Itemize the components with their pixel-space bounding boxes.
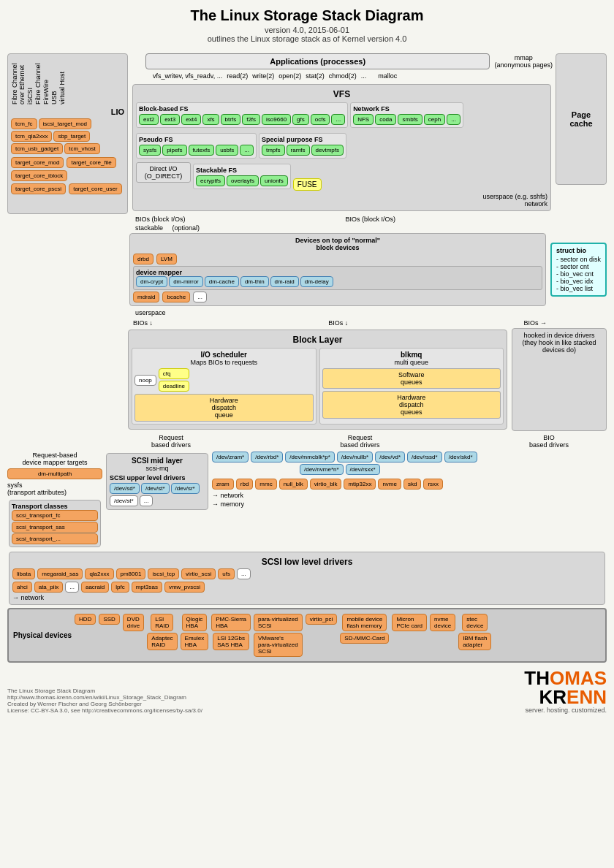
label-firewire: FireWire [42,57,50,104]
network-label-vfs: network [136,200,547,208]
scsi-transport-sas: scsi_transport_sas [12,522,98,533]
ll-pm8001: pm8001 [116,568,146,579]
dm-raid: dm-raid [270,276,299,287]
hw-dispatch-queue: Hardwaredispatchqueue [134,394,314,422]
malloc-label: malloc [378,72,397,80]
network-arrow-label: → network [212,492,607,499]
scsi-low-level-section: SCSI low level drivers libata megaraid_s… [9,552,605,605]
fs-smbfs: smbfs [398,114,422,125]
ll-vmw-pvscsi: vmw_pvscsi [164,582,205,593]
deadline-box: deadline [159,381,189,392]
syscall-chmod: chmod(2) [329,72,357,80]
fs-coda: coda [375,114,396,125]
module-tcm-qla: tcm_qla2xxx [11,131,52,142]
fs-pseudo-dots: ... [240,145,254,156]
network-fs: Network FS NFS coda smbfs ceph ... [350,102,463,128]
label-virtual-host: virtual Host [58,57,66,104]
dm-delay: dm-delay [300,276,333,287]
vfs-title: VFS [136,88,547,101]
phys-micron-pcie: MicronPCIe card [392,614,427,631]
target-core-file: target_core_file [67,157,115,168]
struct-bio-section: struct bio - sector on disk - sector cnt… [550,243,607,297]
logo-area: THOMAS KRENN server. hosting. customized… [524,669,607,714]
main-diagram: Fibre Channelover Ethernet iSCSI Fibre C… [7,53,607,714]
ll-lpfc: lpfc [111,582,129,593]
dev-rssd: /dev/rssd* [407,452,442,462]
phys-nvme-device: nvmedevice [430,614,455,631]
dm-mirror: dm-mirror [169,276,203,287]
ll-iscsi-tcp: iscsi_tcp [148,568,179,579]
page-title: The Linux Storage Stack Diagram [7,7,607,24]
block-layer-section: Block Layer I/O scheduler Maps BIOs to r… [128,330,507,430]
req-based-dm-label: Request-baseddevice mapper targets [7,452,102,466]
struct-bio-item5: - bio_vec list [556,285,601,292]
block-based-fs: Block-based FS ext2 ext3 ext4 xfs btrfs … [136,102,348,128]
dm-crypt: dm-crypt [136,276,167,287]
applications-box: Applications (processes) [145,53,490,69]
drv-null-blk: null_blk [279,479,308,490]
struct-bio-item1: - sector on disk [556,256,601,263]
fs-ceph: ceph [424,114,445,125]
struct-bio-item2: - sector cnt [556,263,601,270]
io-scheduler-title: I/O scheduler [134,351,314,359]
subtitle: version 4.0, 2015-06-01 outlines the Lin… [7,26,607,43]
page-cache-section: Pagecache [556,53,607,185]
syscall-dots: ... [361,72,367,80]
label-fibre-channel: Fibre Channel [34,57,42,104]
drv-rbd: rbd [236,479,254,490]
bios-label-2: BIOs (block I/Os) [346,216,396,223]
blkmq-section: blkmq multi queue Softwarequeues Hardwar… [319,348,504,425]
drv-rsxx: rsxx [423,479,443,490]
special-fs: Special purpose FS tmpfs ramfs devtmpfs [259,133,346,159]
fs-xfs: xfs [202,114,219,125]
ll-megaraid: megaraid_sas [37,568,83,579]
ll-ufs: ufs [218,568,235,579]
drv-nvme: nvme [378,479,401,490]
fs-f2fs: f2fs [242,114,260,125]
phys-ssd: SSD [99,614,119,625]
ll-ata-piix: ata_piix [34,582,64,593]
footer-left: The Linux Storage Stack Diagram http://w… [7,688,202,714]
bios-right-label: BIOs → [523,319,547,327]
fs-iso9660: iso9660 [262,114,291,125]
drv-zram: zram [212,479,234,490]
struct-bio-item4: - bio_vec idx [556,278,601,285]
drv-mmc: mmc [255,479,276,490]
struct-bio-item3: - bio_vec cnt [556,270,601,278]
fs-ext3: ext3 [160,114,180,125]
phys-para-scsi: para-virtualizedSCSI [254,614,303,631]
module-tcm-usb: tcm_usb_gadget [11,143,63,154]
drv-virtio-blk: virtio_blk [310,479,342,490]
noop-box: noop [134,375,156,386]
fs-sysfs: sysfs [139,145,161,156]
phys-emulex: EmulexHBA [181,633,209,650]
page-cache-label: Pagecache [569,110,592,128]
syscall-read: read(2) [227,72,248,80]
ll-aacraid: aacraid [81,582,109,593]
mmap-label: mmap(anonymous pages) [494,54,553,69]
page-container: The Linux Storage Stack Diagram version … [0,0,614,868]
lio-label: LIO [11,107,124,116]
drv-skd: skd [403,479,421,490]
phys-lsi-raid: LSIRAID [151,614,173,631]
target-core-user: target_core_user [69,183,121,194]
dev-dots: ... [140,495,154,506]
ll-dots1: ... [237,568,251,579]
block-layer-title: Block Layer [132,333,504,346]
module-tcm-fc: tcm_fc [11,118,37,129]
userspace-bottom-label: userspace [135,309,607,316]
fs-ecryptfs: ecryptfs [196,175,225,186]
sysfs-transport-label: sysfs(transport attributes) [7,481,102,496]
hw-dispatch-queues: Hardwaredispatchqueues [322,391,501,419]
label-iscsi: iSCSI [26,57,34,104]
footer-line4: License: CC-BY-SA 3.0, see http://creati… [7,707,202,714]
fs-ext4: ext4 [181,114,201,125]
ll-ahci: ahci [12,582,32,593]
phys-dvd: DVDdrive [123,614,144,631]
phys-qlogic: QlogicHBA [182,614,208,631]
phys-sdmmc: SD-/MMC-Card [340,633,389,644]
fs-ext2: ext2 [139,114,159,125]
fs-devtmpfs: devtmpfs [311,145,344,156]
footer-line1: The Linux Storage Stack Diagram [7,688,202,694]
transport-classes-title: Transport classes [12,503,98,510]
